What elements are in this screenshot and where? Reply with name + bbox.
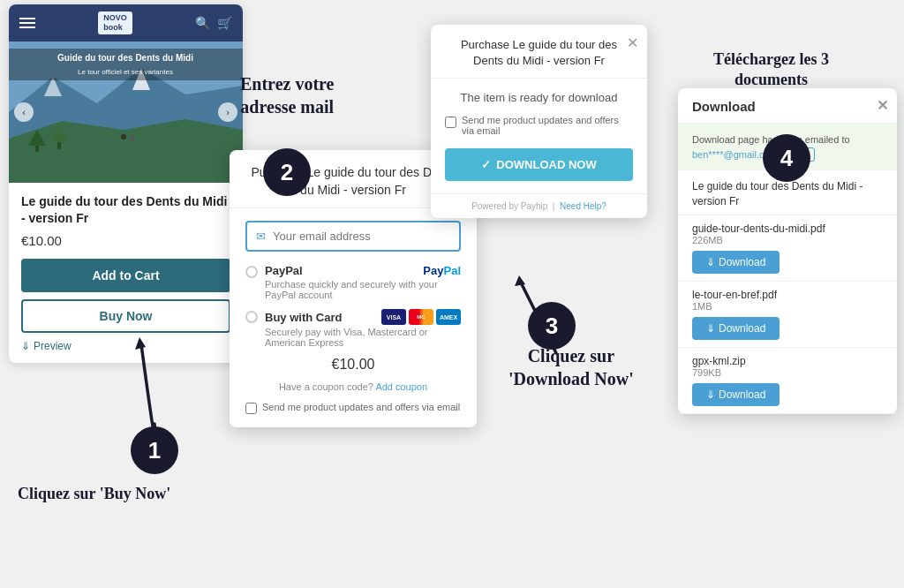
svg-point-11 [130,136,135,141]
download-icon-3: ⇓ [706,388,715,401]
card-option[interactable]: Buy with Card VISA MC AMEX Securely pay … [245,309,461,348]
cart-icon[interactable]: 🛒 [217,16,232,30]
download-icon: ⇓ [21,340,30,352]
card3-footer: Powered by Payhip | Need Help? [431,193,647,218]
step-2-circle: 2 [263,148,311,196]
newsletter-checkbox-row: Send me product updates and offers via e… [245,401,461,414]
card1-product-page: NOVO book 🔍 🛒 [9,4,243,363]
file-name-3: gpx-kml.zip [692,355,883,367]
file-size-3: 799KB [692,367,883,378]
card3-title: Purchase Le guide du tour des Dents du M… [445,37,633,69]
file-item-2: le-tour-en-bref.pdf 1MB ⇓ Download [678,282,897,348]
preview-link[interactable]: ⇓ Preview [21,340,230,352]
step-1-circle: 1 [131,426,178,474]
step-4-label: Téléchargez les 3 documents [713,49,829,91]
svg-text:Le tour officiel et ses varian: Le tour officiel et ses variantes [78,68,173,76]
product-image: Guide du tour des Dents du Midi Le tour … [9,41,243,183]
hamburger-icon[interactable] [19,18,35,28]
card2-modal-body: ✉ PayPal PayPal Purchase quickly and sec… [230,208,477,426]
amex-icon: AMEX [436,309,461,325]
need-help-link[interactable]: Need Help? [560,201,606,211]
nav-icons: 🔍 🛒 [195,16,232,30]
scene: NOVO book 🔍 🛒 [0,0,904,588]
svg-point-10 [121,134,126,139]
download-button-1[interactable]: ⇓ Download [692,251,780,274]
card-radio[interactable] [245,311,258,323]
card-logos: VISA MC AMEX [381,309,461,325]
card3-download-ready: ✕ Purchase Le guide du tour des Dents du… [431,25,647,218]
mastercard-icon: MC [409,309,433,325]
step-4-circle: 4 [763,134,810,182]
checkmark-icon: ✓ [481,158,491,171]
download-icon-2: ⇓ [706,322,715,335]
svg-marker-17 [515,275,525,286]
card1-nav: NOVO book 🔍 🛒 [9,4,243,41]
coupon-row: Have a coupon code? Add coupon [245,381,461,392]
card3-header: ✕ Purchase Le guide du tour des Dents du… [431,25,647,79]
card3-newsletter-row: Send me product updates and offers via e… [445,115,633,136]
search-icon[interactable]: 🔍 [195,16,210,30]
carousel-next-button[interactable]: › [218,102,237,122]
add-coupon-link[interactable]: Add coupon [375,381,427,392]
email-icon: ✉ [256,230,266,243]
file-item-1: guide-tour-dents-du-midi.pdf 226MB ⇓ Dow… [678,215,897,282]
step-3-circle: 3 [528,302,576,350]
email-input[interactable] [273,230,450,243]
card1-body: Le guide du tour des Dents du Midi - ver… [9,183,243,363]
modal4-close-button[interactable]: ✕ [877,97,888,114]
step-1-label: Cliquez sur 'Buy Now' [18,484,170,504]
file-size-2: 1MB [692,301,883,312]
step-2-label: Entrez votre adresse mail [240,72,334,118]
download-button-2[interactable]: ⇓ Download [692,317,780,340]
paypal-logo: PayPal [423,264,461,277]
nav-logo: NOVO book [98,11,132,34]
card4-header: ✕ Download [678,88,897,124]
file-item-3: gpx-kml.zip 799KB ⇓ Download [678,348,897,414]
paypal-option[interactable]: PayPal PayPal Purchase quickly and secur… [245,264,461,300]
download-icon-1: ⇓ [706,256,715,268]
ready-text: The item is ready for download [445,91,633,104]
file-name-1: guide-tour-dents-du-midi.pdf [692,222,883,235]
step-3-label: Cliquez sur 'Download Now' [508,344,634,390]
product-title: Le guide du tour des Dents du Midi - ver… [21,193,230,228]
add-to-cart-button[interactable]: Add to Cart [21,259,230,292]
svg-text:Guide du tour des Dents du Mid: Guide du tour des Dents du Midi [57,53,193,63]
download-now-button[interactable]: ✓ DOWNLOAD NOW [445,148,633,181]
newsletter-checkbox[interactable] [245,403,257,414]
paypal-radio[interactable] [245,266,258,278]
email-input-row: ✉ [245,221,461,252]
product-price: €10.00 [21,233,230,248]
card3-newsletter-checkbox[interactable] [445,117,456,128]
file-size-1: 226MB [692,235,883,245]
card3-body: The item is ready for download Send me p… [431,79,647,193]
modal3-close-button[interactable]: ✕ [627,34,638,53]
carousel-prev-button[interactable]: ‹ [14,102,34,122]
download-button-3[interactable]: ⇓ Download [692,383,780,406]
card2-price: €10.00 [245,357,461,373]
visa-icon: VISA [381,309,406,325]
buy-now-button[interactable]: Buy Now [21,299,230,333]
file-name-2: le-tour-en-bref.pdf [692,289,883,301]
